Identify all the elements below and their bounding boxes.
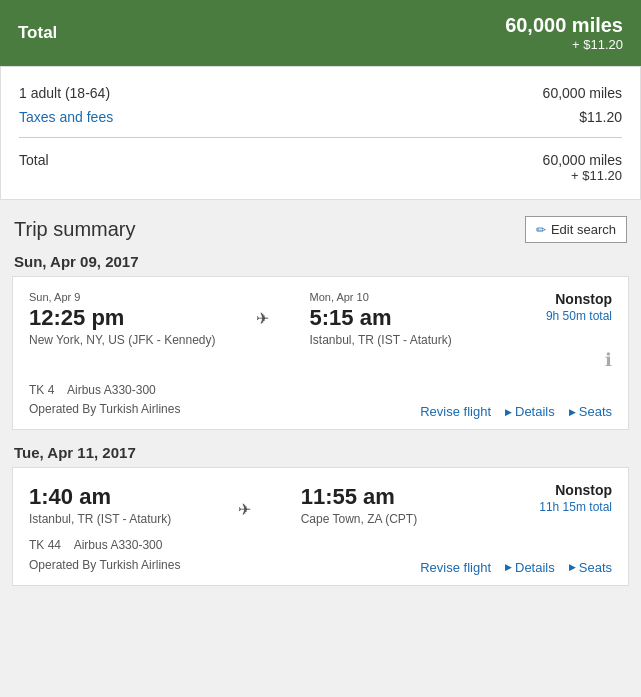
seats-triangle-icon: ▶ <box>569 407 576 417</box>
taxes-row: Taxes and fees $11.20 <box>19 105 622 129</box>
flight-2-num: TK 44 <box>29 538 61 552</box>
flight-1-arrive-location: Istanbul, TR (IST - Ataturk) <box>310 333 470 347</box>
flight-1-arrive: Mon, Apr 10 5:15 am Istanbul, TR (IST - … <box>310 291 470 347</box>
flight-1-num: TK 4 <box>29 383 54 397</box>
flight-2-depart: 1:40 am Istanbul, TR (IST - Ataturk) <box>29 482 189 526</box>
flight-1-date-heading: Sun, Apr 09, 2017 <box>14 253 627 270</box>
flight-1-duration: 9h 50m total <box>502 309 612 323</box>
edit-search-button[interactable]: ✏ Edit search <box>525 216 627 243</box>
flight-2-seats-label: Seats <box>579 560 612 575</box>
details-triangle-icon: ▶ <box>505 407 512 417</box>
flight-1-depart-date: Sun, Apr 9 <box>29 291 216 303</box>
flight-1-info-icon[interactable]: ℹ <box>502 349 612 371</box>
flight-2-right: Nonstop 11h 15m total <box>502 482 612 514</box>
flight-2-depart-location: Istanbul, TR (IST - Ataturk) <box>29 512 189 526</box>
flight-2-info: TK 44 Airbus A330-300 Operated By Turkis… <box>29 536 180 574</box>
flight-1-revise-link[interactable]: Revise flight <box>420 404 491 419</box>
flight-2-details-row: TK 44 Airbus A330-300 Operated By Turkis… <box>29 536 612 574</box>
flight-2-actions: Revise flight ▶ Details ▶ Seats <box>420 560 612 575</box>
total-header-amount: 60,000 miles + $11.20 <box>505 14 623 52</box>
flight-1-aircraft: Airbus A330-300 <box>67 383 156 397</box>
flight-2-details-link[interactable]: ▶ Details <box>505 560 555 575</box>
details2-triangle-icon: ▶ <box>505 562 512 572</box>
flight-2-arrive-time: 11:55 am <box>301 484 461 510</box>
taxes-fees-link[interactable]: Taxes and fees <box>19 109 113 125</box>
flight-2-details-label: Details <box>515 560 555 575</box>
total-miles: 60,000 miles <box>505 14 623 37</box>
trip-summary-title: Trip summary <box>14 218 135 241</box>
adult-label: 1 adult (18-64) <box>19 85 110 101</box>
flight-1-depart-location: New York, NY, US (JFK - Kennedy) <box>29 333 216 347</box>
flight-card-2: 1:40 am Istanbul, TR (IST - Ataturk) ✈ 1… <box>12 467 629 585</box>
flight-2-aircraft: Airbus A330-300 <box>74 538 163 552</box>
pencil-icon: ✏ <box>536 223 546 237</box>
flight-1-depart-time: 12:25 pm <box>29 305 216 331</box>
total-label: Total <box>19 152 49 168</box>
flight-1-right: Nonstop 9h 50m total ℹ <box>502 291 612 371</box>
flight-2-nonstop: Nonstop <box>502 482 612 498</box>
total-row: Total 60,000 miles + $11.20 <box>19 146 622 183</box>
flight-1-depart: Sun, Apr 9 12:25 pm New York, NY, US (JF… <box>29 291 216 347</box>
flight-2-arrive-location: Cape Town, ZA (CPT) <box>301 512 461 526</box>
flight-2-duration: 11h 15m total <box>502 500 612 514</box>
trip-summary-header: Trip summary ✏ Edit search <box>12 216 629 243</box>
adult-row: 1 adult (18-64) 60,000 miles <box>19 81 622 105</box>
flight-1-actions: Revise flight ▶ Details ▶ Seats <box>420 404 612 419</box>
taxes-amount: $11.20 <box>579 109 622 125</box>
flight-1-info: TK 4 Airbus A330-300 Operated By Turkish… <box>29 381 180 419</box>
flight-1-details-row: TK 4 Airbus A330-300 Operated By Turkish… <box>29 381 612 419</box>
flight-2-operator: Operated By Turkish Airlines <box>29 558 180 572</box>
edit-search-label: Edit search <box>551 222 616 237</box>
flight-1-details-label: Details <box>515 404 555 419</box>
total-header-label: Total <box>18 23 57 43</box>
total-fees-header: + $11.20 <box>505 37 623 52</box>
flight-2-depart-time: 1:40 am <box>29 484 189 510</box>
total-fees-value: + $11.20 <box>543 168 622 183</box>
flight-1-details-link[interactable]: ▶ Details <box>505 404 555 419</box>
adult-miles: 60,000 miles <box>543 85 622 101</box>
flight-1-nonstop: Nonstop <box>502 291 612 307</box>
flight-1-seats-link[interactable]: ▶ Seats <box>569 404 612 419</box>
flight-top-2: 1:40 am Istanbul, TR (IST - Ataturk) ✈ 1… <box>29 482 612 526</box>
total-amounts: 60,000 miles + $11.20 <box>543 152 622 183</box>
total-header: Total 60,000 miles + $11.20 <box>0 0 641 66</box>
flight-2-arrow: ✈ <box>238 500 251 519</box>
flight-2-seats-link[interactable]: ▶ Seats <box>569 560 612 575</box>
total-miles-value: 60,000 miles <box>543 152 622 168</box>
flight-top-1: Sun, Apr 9 12:25 pm New York, NY, US (JF… <box>29 291 612 371</box>
breakdown-card: 1 adult (18-64) 60,000 miles Taxes and f… <box>0 66 641 200</box>
flight-1-seats-label: Seats <box>579 404 612 419</box>
flight-1-arrive-time: 5:15 am <box>310 305 470 331</box>
flight-2-arrive: 11:55 am Cape Town, ZA (CPT) <box>301 482 461 526</box>
flight-1-arrive-date: Mon, Apr 10 <box>310 291 470 303</box>
flight-card-1: Sun, Apr 9 12:25 pm New York, NY, US (JF… <box>12 276 629 430</box>
flight-1-operator: Operated By Turkish Airlines <box>29 402 180 416</box>
flight-2-date-heading: Tue, Apr 11, 2017 <box>14 444 627 461</box>
seats2-triangle-icon: ▶ <box>569 562 576 572</box>
breakdown-divider <box>19 137 622 138</box>
flight-1-arrow: ✈ <box>256 309 269 328</box>
flight-2-revise-link[interactable]: Revise flight <box>420 560 491 575</box>
